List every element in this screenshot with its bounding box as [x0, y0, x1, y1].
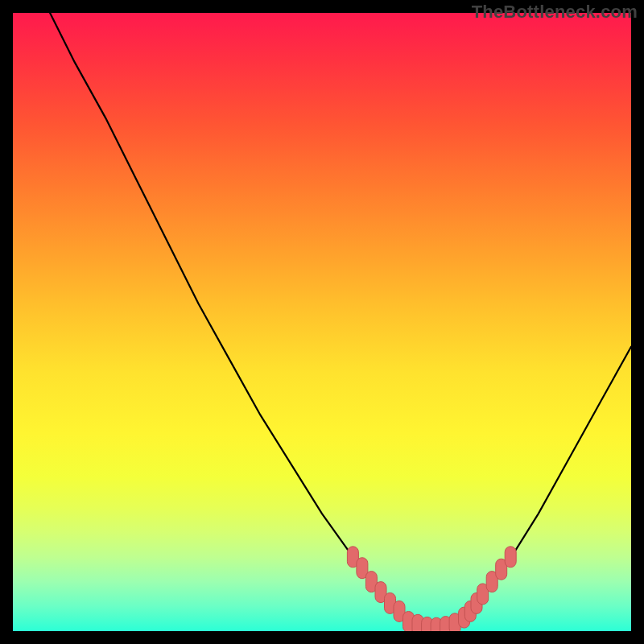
curve-line — [50, 13, 631, 628]
curve-marker — [505, 547, 516, 568]
bottleneck-chart — [13, 13, 631, 631]
marker-group — [347, 547, 516, 631]
